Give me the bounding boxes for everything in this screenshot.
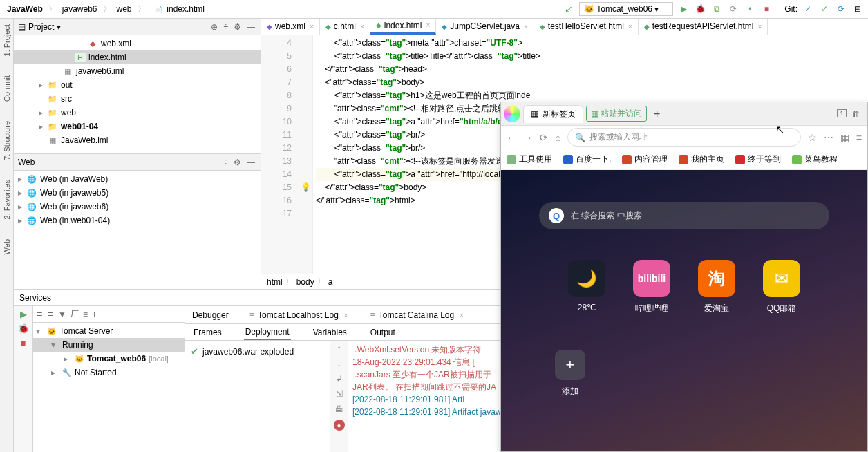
expand-icon[interactable]: ▸ (18, 216, 26, 225)
web-expand-icon[interactable]: ÷ (222, 158, 229, 167)
svc-run-icon[interactable]: ▶ (20, 309, 27, 319)
web-settings-icon[interactable]: ⚙ (232, 158, 243, 167)
run-config-select[interactable]: 🐱 Tomcat_web06 ▾ (579, 2, 673, 16)
tree-row[interactable]: ▸🌐Web (in javaweb6) (14, 200, 261, 214)
svc-stop-icon[interactable]: ■ (21, 338, 26, 348)
bookmark-item[interactable]: 我的主页 (679, 153, 724, 165)
services-subtab[interactable]: Frames (192, 326, 223, 339)
more-icon[interactable]: ⋯ (824, 132, 833, 143)
tree-row[interactable]: ▦javaweb6.iml (14, 64, 261, 78)
home-button[interactable]: ⌂ (555, 132, 560, 143)
services-tree[interactable]: ▾🐱Tomcat Server▾Running▸🐱Tomcat_web06 [l… (33, 323, 185, 452)
console-down-icon[interactable]: ↓ (337, 359, 341, 368)
services-subtab[interactable]: Variables (312, 326, 348, 339)
attach-icon[interactable]: • (744, 3, 756, 15)
svc-thread-icon[interactable]: ≡ (83, 310, 88, 319)
svc-group-icon[interactable]: 厂 (70, 308, 79, 320)
run-icon[interactable]: ▶ (677, 3, 690, 15)
bookmark-item[interactable]: 菜鸟教程 (792, 153, 838, 165)
hide-icon[interactable]: — (245, 22, 256, 32)
search-box[interactable]: 在 综合搜索 中搜索 (539, 202, 829, 229)
speed-dial-tile[interactable]: 淘爱淘宝 (698, 260, 735, 314)
deploy-item[interactable]: ✔ javaweb06:war exploded (191, 343, 324, 359)
tree-row[interactable]: ▸📁web (14, 106, 261, 120)
select-opened-icon[interactable]: ⊕ (209, 22, 219, 32)
left-tab[interactable]: 2: Favorites (2, 177, 12, 222)
tree-row[interactable]: ▸🌐Web (in JavaWeb) (14, 172, 261, 186)
expand-icon[interactable]: ▸ (39, 108, 47, 117)
svc-add-icon[interactable]: + (92, 310, 97, 319)
expand-icon[interactable]: ▸ (18, 174, 26, 184)
close-tab-icon[interactable]: × (757, 23, 762, 30)
console-filter-ball[interactable]: ● (334, 420, 345, 431)
editor-tab[interactable]: ◆index.html× (370, 19, 437, 35)
breadcrumb-item[interactable]: JavaWeb (4, 3, 46, 15)
git-more-icon[interactable]: ⊟ (851, 3, 864, 15)
code-crumb[interactable]: body (296, 277, 314, 287)
tree-row[interactable]: ▦JavaWeb.iml (14, 133, 261, 147)
git-update-icon[interactable]: ⟳ (835, 3, 847, 15)
svc-tree-icon2[interactable]: ≣ (47, 310, 54, 319)
svc-tree-icon[interactable]: ≣ (36, 310, 43, 319)
back-button[interactable]: ← (507, 132, 516, 143)
browser-tab[interactable]: ▦ 新标签页 (523, 105, 583, 123)
breadcrumb-item[interactable]: 📄 index.html (149, 3, 207, 15)
editor-tab[interactable]: ◆testRequestAPIServlet.html× (639, 19, 768, 35)
tree-row[interactable]: ▸🌐Web (in javaweb5) (14, 186, 261, 200)
reload-button[interactable]: ⟳ (540, 132, 548, 143)
add-tile[interactable]: + 添加 (555, 350, 585, 397)
back-icon[interactable]: ↙ (563, 3, 575, 15)
services-subtab[interactable]: Deployment (244, 325, 291, 340)
project-tree[interactable]: ◆web.xmlHindex.html▦javaweb6.iml▸📁out📁sr… (14, 35, 261, 154)
svc-debug-icon[interactable]: 🐞 (18, 323, 29, 334)
svc-filter-icon[interactable]: ▼ (58, 310, 66, 319)
editor-tab[interactable]: ◆c.html× (320, 19, 370, 35)
services-tab[interactable]: ≡ Tomcat Localhost Log × (247, 308, 351, 323)
coverage-icon[interactable]: ⧉ (710, 3, 723, 15)
web-hide-icon[interactable]: — (245, 158, 256, 167)
tree-row[interactable]: ▸🌐Web (in web01-04) (14, 214, 261, 227)
console-up-icon[interactable]: ↑ (337, 343, 341, 353)
expand-icon[interactable]: ▸ (18, 188, 26, 198)
services-subtab[interactable]: Output (369, 326, 397, 339)
forward-button[interactable]: → (523, 132, 533, 143)
tree-row[interactable]: ▸📁web01-04 (14, 120, 261, 133)
close-tab-icon[interactable]: × (524, 23, 528, 30)
left-tab[interactable]: 7: Structure (2, 118, 12, 163)
services-tab[interactable]: ≡ Tomcat Catalina Log × (367, 308, 466, 323)
bookmark-item[interactable]: 终于等到 (735, 153, 781, 165)
project-dropdown-icon[interactable]: ▾ (57, 22, 61, 32)
services-tree-row[interactable]: ▾Running (33, 338, 185, 352)
bookmark-item[interactable]: 工具使用 (507, 153, 552, 165)
tree-row[interactable]: ◆web.xml (14, 37, 261, 50)
expand-icon[interactable]: ÷ (222, 22, 229, 32)
close-tab-icon[interactable]: × (360, 23, 364, 30)
console-print-icon[interactable]: 🖶 (335, 404, 343, 414)
url-input[interactable]: 🔍 搜索或输入网址 (567, 128, 800, 147)
expand-icon[interactable]: ▸ (39, 80, 47, 90)
speed-dial-tile[interactable]: ✉QQ邮箱 (763, 260, 800, 314)
services-tree-row[interactable]: ▸🔧Not Started (33, 366, 185, 379)
git-push-icon[interactable]: ✓ (818, 3, 831, 15)
services-tree-row[interactable]: ▾🐱Tomcat Server (33, 324, 185, 338)
speed-dial-tile[interactable]: 🌙28℃ (568, 260, 605, 314)
editor-tab[interactable]: ◆JumpCServlet.java× (436, 19, 534, 35)
stop-icon[interactable]: ■ (760, 3, 773, 15)
console-wrap-icon[interactable]: ↲ (336, 374, 343, 384)
console-scroll-icon[interactable]: ⇲ (336, 389, 343, 399)
editor-tab[interactable]: ◆testHelloServlet.html× (534, 19, 639, 35)
code-crumb[interactable]: a (328, 277, 333, 287)
collapse-icon[interactable]: ⚙ (232, 22, 243, 32)
paste-and-go[interactable]: ▦ 粘贴并访问 (586, 106, 647, 122)
breadcrumb-item[interactable]: web (114, 3, 135, 15)
code-crumb[interactable]: html (267, 277, 283, 287)
breadcrumb-item[interactable]: javaweb6 (59, 3, 100, 15)
left-tab[interactable]: Commit (2, 73, 12, 104)
editor-tab[interactable]: ◆web.xml× (261, 19, 320, 35)
new-tab-button[interactable]: + (650, 108, 664, 120)
speed-dial-tile[interactable]: bilibili哔哩哔哩 (633, 260, 670, 314)
close-tab-icon[interactable]: × (310, 23, 314, 30)
expand-icon[interactable]: ▸ (39, 122, 47, 131)
tree-row[interactable]: ▸📁out (14, 78, 261, 92)
debug-icon[interactable]: 🐞 (694, 3, 706, 15)
